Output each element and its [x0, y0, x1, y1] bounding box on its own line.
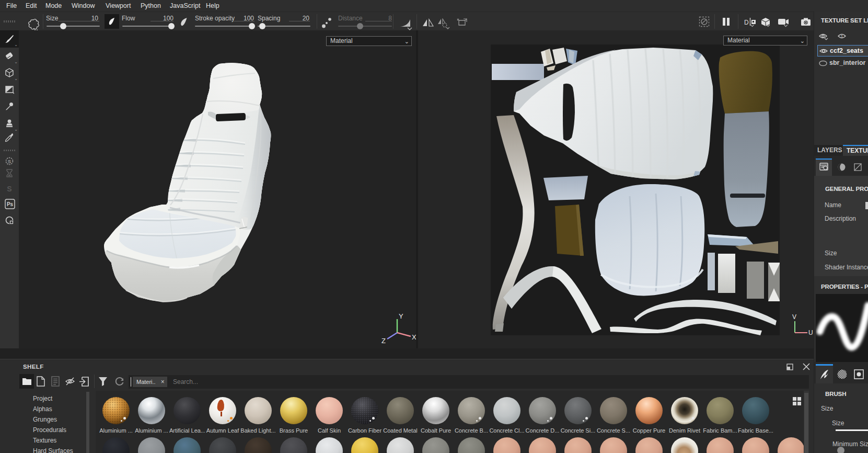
svg-text:U: U [808, 329, 813, 336]
svg-text:S: S [8, 158, 11, 164]
svg-text:V: V [792, 313, 796, 321]
svg-text:1: 1 [840, 34, 843, 39]
svg-text:Z: Z [381, 337, 386, 345]
svg-text:X: X [412, 333, 416, 341]
svg-text:S: S [7, 185, 11, 193]
svg-text:Y: Y [399, 312, 403, 320]
svg-text:D: D [744, 19, 749, 26]
svg-text:Ps: Ps [7, 201, 14, 207]
